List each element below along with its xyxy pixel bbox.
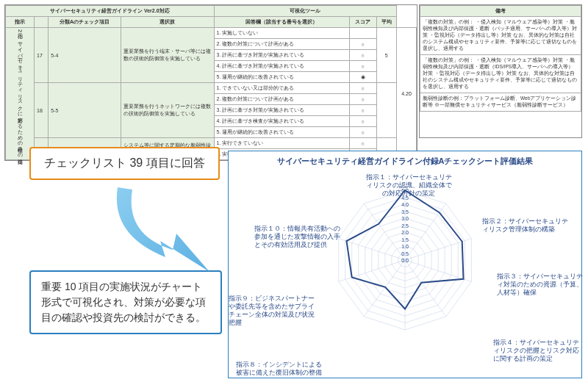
option-text: 3. 計画に基づき対策が実施されている <box>214 50 349 61</box>
arrow-icon <box>103 176 220 279</box>
answer-mark[interactable]: ○ <box>349 83 376 94</box>
sheet1-title2: 可視化ツール <box>214 6 396 17</box>
svg-text:1.5: 1.5 <box>401 237 409 242</box>
svg-text:3.5: 3.5 <box>401 209 409 215</box>
radar-axis-label: 指示３：サイバーセキュリティ対策のための資源（予算、人材等）確保 <box>497 273 585 297</box>
column-header: 指示 <box>6 17 35 28</box>
radar-axis-label: 指示２：サイバーセキュリティリスク管理体制の構築 <box>482 217 570 234</box>
svg-line-17 <box>364 260 405 317</box>
column-header: スコア <box>349 17 376 28</box>
column-header: 選択肢 <box>121 17 214 28</box>
answer-mark[interactable]: ○ <box>349 105 376 116</box>
callout-checklist-count: チェックリスト 39 項目に回答 <box>29 147 220 180</box>
option-text: 1. できていない又は部分的である <box>214 83 349 94</box>
radar-axis-label: 指示９：ビジネスパートナーや委託先等を含めたサプライチェーン全体の対策及び状況把… <box>229 295 317 327</box>
option-text: 1. 実施していない <box>214 28 349 39</box>
radar-axis-label: 指示４：サイバーセキュリティリスクの把握とリスク対応に関する計画の策定 <box>493 339 581 363</box>
option-text: 3. 計画に基づき対策が実施されている <box>214 105 349 116</box>
row-category: 5-5 <box>49 83 121 138</box>
row-index: 18 <box>35 83 49 138</box>
option-text: 4. 計画に基づき対策が実施されている <box>214 61 349 72</box>
radar-axis-label: 指示８：インシデントによる被害に備えた復旧体制の整備 <box>236 361 324 377</box>
option-text: 2. 複数の対策について計画がある <box>214 94 349 105</box>
svg-line-20 <box>364 203 405 260</box>
svg-text:0.5: 0.5 <box>401 251 409 256</box>
note-item: 「複数の対策」の例： ・侵入検知（マルウェア感染等）対策 ・脆弱性検知及び内部保… <box>420 17 581 55</box>
note-item: 脆弱性診断の例：プラットフォーム診断、Webアプリケーション診断等 ※一部無償セ… <box>420 93 581 112</box>
sheet1-title: サイバーセキュリティ経営ガイドライン Ver2.0対応 <box>6 6 215 17</box>
radar-axis-label: 指示１０：情報共有活動への参加を通じた攻撃情報の入手とその有効活用及び提供 <box>254 225 343 249</box>
average: 4.20 <box>396 28 416 160</box>
option-text: 1. 実行できていない <box>214 138 349 149</box>
option-text: 5. 運用が継続的に改善されている <box>214 127 349 138</box>
radar-axis-label: 指示１：サイバーセキュリティリスクの認識、組織全体での対応方針の策定 <box>365 173 453 198</box>
answer-mark[interactable] <box>349 28 376 39</box>
svg-line-15 <box>405 260 446 317</box>
sheet2-header: 備考 <box>420 6 581 17</box>
note-item: 「複数の対策」の例： ・侵入検知（マルウェア感染等）対策 ・脆弱性検知及び内部保… <box>420 55 581 93</box>
column-header: 分類Aのチェック項目 <box>49 17 121 28</box>
option-text: 2. 複数の対策について計画がある <box>214 39 349 50</box>
answer-mark[interactable]: ○ <box>349 127 376 138</box>
svg-text:3.0: 3.0 <box>401 216 409 221</box>
score: 5 <box>376 28 396 83</box>
column-header <box>35 17 49 28</box>
chart-title: サイバーセキュリティ経営ガイドライン付録Aチェックシート評価結果 <box>229 151 581 167</box>
checklist-spreadsheet: サイバーセキュリティ経営ガイドライン Ver2.0対応 可視化ツール 指示分類A… <box>4 4 417 161</box>
svg-text:2.0: 2.0 <box>401 230 409 235</box>
row-category: 5-4 <box>49 28 121 83</box>
answer-mark[interactable]: ○ <box>349 116 376 127</box>
svg-text:2.5: 2.5 <box>401 223 409 228</box>
answer-mark[interactable]: ○ <box>349 138 376 149</box>
column-header: 回答欄（該当する番号を選択） <box>214 17 349 28</box>
radar-chart-panel: サイバーセキュリティ経営ガイドライン付録Aチェックシート評価結果 0.00.51… <box>228 151 582 378</box>
radar-chart: 0.00.51.01.52.02.53.03.54.04.55.0 <box>324 179 486 341</box>
option-text: 4. 計画に基づき検査が実施されている <box>214 116 349 127</box>
instruction-group: 指示2：サイバーセキュリティリスクに対応するための仕組みの構築 <box>6 28 35 160</box>
score <box>376 83 396 138</box>
option-text: 5. 運用が継続的に改善されている <box>214 72 349 83</box>
column-header: 平均 <box>376 17 396 28</box>
answer-mark[interactable]: ◉ <box>349 72 376 83</box>
svg-text:1.0: 1.0 <box>401 244 409 249</box>
answer-mark[interactable]: ○ <box>349 61 376 72</box>
answer-mark[interactable]: ○ <box>349 94 376 105</box>
check-item: 重要業務を行う端末・サーバ等には複数の技術的防御策を実施している <box>121 28 214 83</box>
answer-mark[interactable]: ○ <box>349 39 376 50</box>
svg-text:0.0: 0.0 <box>401 258 409 263</box>
row-index: 17 <box>35 28 49 83</box>
check-item: 重要業務を行うネットワークには複数の技術的防御策を実施している <box>121 83 214 138</box>
answer-mark[interactable]: ○ <box>349 50 376 61</box>
notes-spreadsheet: 備考 「複数の対策」の例： ・侵入検知（マルウェア感染等）対策 ・脆弱性検知及び… <box>419 4 582 138</box>
callout-chart-explanation: 重要 10 項目の実施状況がチャート形式で可視化され、対策が必要な項目の確認や投… <box>29 270 222 334</box>
svg-text:4.0: 4.0 <box>401 202 409 207</box>
